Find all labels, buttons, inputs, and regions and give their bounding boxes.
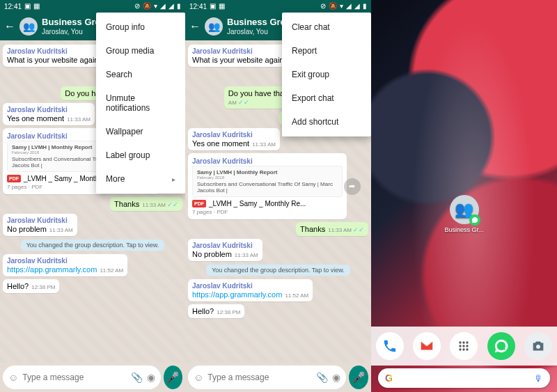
menu-item-unmute[interactable]: Unmute notifications bbox=[96, 86, 185, 120]
message-in[interactable]: Jaroslav KudritskiWhat is your website a… bbox=[3, 45, 107, 67]
google-search-bar[interactable]: G 🎙 bbox=[378, 368, 550, 388]
attach-icon[interactable]: 📎 bbox=[131, 372, 143, 383]
tab-icon: ▣ bbox=[24, 3, 31, 10]
tab-icon: ▣ bbox=[210, 3, 216, 10]
svg-point-9 bbox=[536, 345, 540, 349]
camera-icon[interactable]: ◉ bbox=[332, 372, 340, 383]
menu-item-wallpaper[interactable]: Wallpaper bbox=[96, 120, 185, 143]
sender-name: Jaroslav Kudritski bbox=[7, 47, 103, 55]
message-text: Hello? bbox=[7, 282, 29, 290]
message-link[interactable]: https://app.grammarly.com bbox=[192, 290, 282, 299]
back-icon[interactable]: ← bbox=[4, 20, 15, 33]
message-text: Yes one moment bbox=[192, 139, 249, 148]
menu-item-group-info[interactable]: Group info bbox=[96, 15, 185, 39]
message-input-wrap[interactable]: ☺ 📎 ◉ bbox=[3, 366, 161, 389]
sender-name: Jaroslav Kudritski bbox=[192, 47, 288, 55]
sender-name: Jaroslav Kudritski bbox=[192, 131, 276, 139]
svg-point-1 bbox=[463, 341, 465, 343]
dnd-icon: ⊘ bbox=[320, 3, 326, 10]
phone-screenshot-1: 12:41▣▦ ⊘🔕▾◢◢▮ ← 👥 Business Group Jarosl… bbox=[0, 0, 185, 392]
camera-icon[interactable]: ◉ bbox=[147, 372, 155, 383]
status-time: 12:41 bbox=[4, 3, 22, 10]
message-time: 11:33 AM bbox=[328, 227, 352, 233]
group-avatar[interactable]: 👥 bbox=[19, 17, 38, 36]
shortcut-label: Business Gr... bbox=[444, 226, 483, 233]
dock-app-drawer-icon[interactable] bbox=[450, 332, 478, 360]
home-shortcut-business-group[interactable]: 👥 Business Gr... bbox=[444, 195, 483, 233]
message-time: 11:33 AM bbox=[252, 141, 276, 148]
svg-point-5 bbox=[466, 345, 469, 347]
battery-icon: ▮ bbox=[177, 3, 181, 10]
sender-name: Jaroslav Kudritski bbox=[7, 217, 73, 224]
menu-item-clear-chat[interactable]: Clear chat bbox=[282, 15, 371, 39]
document-message[interactable]: Jaroslav Kudritski Samy | LVMH | Monthly… bbox=[188, 153, 347, 219]
pdf-icon: PDF bbox=[7, 175, 21, 182]
message-in[interactable]: Jaroslav KudritskiYes one moment11:33 AM bbox=[3, 103, 95, 125]
menu-item-add-shortcut[interactable]: Add shortcut bbox=[282, 110, 371, 134]
status-bar: 12:41▣▦ ⊘🔕▾◢◢▮ bbox=[0, 0, 185, 13]
status-time: 12:41 bbox=[189, 3, 207, 10]
menu-item-report[interactable]: Report bbox=[282, 39, 371, 63]
message-in[interactable]: Jaroslav KudritskiNo problem11:33 AM bbox=[188, 239, 262, 261]
phone-screenshot-2: 12:41▣▦ ⊘🔕▾◢◢▮ ← 👥 Business Group Jarosl… bbox=[185, 0, 371, 392]
signal-icon: ◢ bbox=[354, 3, 360, 10]
message-in[interactable]: Jaroslav KudritskiYes one moment11:33 AM bbox=[188, 128, 280, 150]
emoji-icon[interactable]: ☺ bbox=[194, 372, 203, 383]
message-in[interactable]: Jaroslav KudritskiNo problem11:33 AM bbox=[3, 214, 77, 236]
forward-icon[interactable]: ➦ bbox=[344, 178, 361, 195]
message-out[interactable]: Thanks11:33 AM✓✓ bbox=[110, 197, 182, 211]
message-input[interactable] bbox=[22, 373, 127, 382]
picture-icon: ▦ bbox=[219, 3, 225, 10]
menu-item-more[interactable]: More▸ bbox=[96, 167, 185, 191]
dock-gmail-icon[interactable] bbox=[413, 332, 441, 360]
read-ticks-icon: ✓✓ bbox=[353, 226, 364, 233]
phone-screenshot-3: 12:42 ⊘🔕▾◢◢▮ 👥 Business Gr... G 🎙 bbox=[371, 0, 557, 392]
message-input-wrap[interactable]: ☺ 📎 ◉ bbox=[188, 366, 346, 389]
menu-item-label-group[interactable]: Label group bbox=[96, 143, 185, 167]
message-time: 12:38 PM bbox=[217, 309, 240, 315]
message-text: No problem bbox=[192, 250, 232, 258]
message-time: 11:33 AM bbox=[142, 202, 166, 208]
message-in[interactable]: Hello?12:38 PM bbox=[188, 304, 244, 318]
group-avatar[interactable]: 👥 bbox=[205, 17, 223, 36]
doc-filename: _LVMH _ Samy _ Monthly Re... bbox=[209, 200, 306, 207]
attach-icon[interactable]: 📎 bbox=[316, 372, 328, 383]
bell-off-icon: 🔕 bbox=[143, 3, 151, 10]
menu-item-group-media[interactable]: Group media bbox=[96, 39, 185, 63]
system-message[interactable]: You changed the group description. Tap t… bbox=[21, 240, 165, 251]
menu-item-exit-group[interactable]: Exit group bbox=[282, 63, 371, 86]
message-input[interactable] bbox=[207, 373, 312, 382]
message-out[interactable]: Thanks11:33 AM✓✓ bbox=[296, 222, 368, 236]
dock-whatsapp-icon[interactable] bbox=[487, 332, 515, 360]
message-text: Thanks bbox=[300, 225, 325, 233]
message-text: Thanks bbox=[114, 200, 139, 208]
google-mic-icon[interactable]: 🎙 bbox=[534, 373, 543, 384]
system-message[interactable]: You changed the group description. Tap t… bbox=[206, 265, 350, 276]
message-in[interactable]: Hello?12:38 PM bbox=[3, 279, 59, 293]
battery-icon: ▮ bbox=[363, 3, 367, 10]
message-text: Hello? bbox=[192, 307, 214, 315]
doc-meta: 7 pages · PDF bbox=[192, 209, 343, 215]
message-time: 11:52 AM bbox=[100, 267, 123, 274]
message-link[interactable]: https://app.grammarly.com bbox=[7, 265, 97, 274]
svg-point-2 bbox=[466, 341, 469, 343]
menu-item-export-chat[interactable]: Export chat bbox=[282, 86, 371, 110]
dock-phone-icon[interactable] bbox=[376, 332, 404, 360]
message-input-bar: ☺ 📎 ◉ 🎤 bbox=[185, 363, 371, 392]
message-time: 11:33 AM bbox=[49, 227, 73, 233]
message-text: What is your website again? bbox=[7, 56, 103, 64]
mic-button[interactable]: 🎤 bbox=[349, 366, 368, 389]
mic-button[interactable]: 🎤 bbox=[164, 366, 182, 389]
message-text: No problem bbox=[7, 225, 47, 233]
emoji-icon[interactable]: ☺ bbox=[8, 372, 18, 383]
dock-camera-icon[interactable] bbox=[524, 332, 552, 360]
message-in[interactable]: Jaroslav Kudritskihttps://app.grammarly.… bbox=[188, 279, 313, 301]
sender-name: Jaroslav Kudritski bbox=[192, 242, 258, 249]
message-in[interactable]: Jaroslav KudritskiWhat is your website a… bbox=[188, 45, 292, 67]
menu-item-search[interactable]: Search bbox=[96, 63, 185, 86]
message-time: 12:38 PM bbox=[31, 284, 55, 290]
back-icon[interactable]: ← bbox=[189, 20, 201, 33]
message-in[interactable]: Jaroslav Kudritskihttps://app.grammarly.… bbox=[3, 254, 127, 276]
sender-name: Jaroslav Kudritski bbox=[7, 257, 123, 265]
svg-point-4 bbox=[463, 345, 465, 347]
